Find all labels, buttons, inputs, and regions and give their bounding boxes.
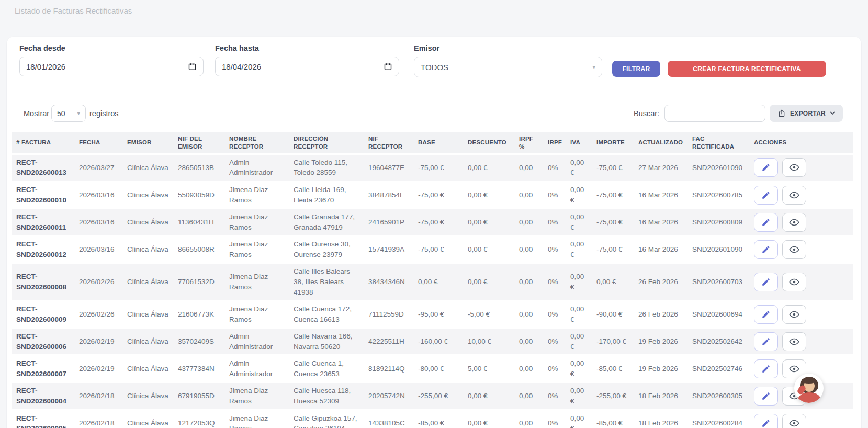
cell-emisor: Clínica Álava xyxy=(123,209,174,235)
view-button[interactable] xyxy=(782,158,806,177)
cell-nif_emisor: 86655008R xyxy=(174,236,225,262)
view-button[interactable] xyxy=(782,186,806,205)
cell-emisor: Clínica Álava xyxy=(123,155,174,181)
eye-icon xyxy=(789,365,799,373)
cell-base: -75,00 € xyxy=(414,155,464,181)
table-row: RECT-SND2026000092026/02/26Clínica Álava… xyxy=(12,301,853,327)
eye-icon xyxy=(789,163,799,172)
column-header-factura: # FACTURA xyxy=(12,132,75,153)
cell-fac_rectificada: SND202502746 xyxy=(688,356,750,381)
table-row: RECT-SND2026000052026/02/18Clínica Álava… xyxy=(12,411,853,428)
edit-button[interactable] xyxy=(754,213,778,232)
emisor-select[interactable]: TODOS ▾ xyxy=(414,57,602,77)
cell-actualizado: 18 Feb 2026 xyxy=(634,383,688,409)
cell-acciones xyxy=(750,264,853,300)
column-header-irpf: IRPF xyxy=(544,132,566,153)
cell-iva: 0,00 € xyxy=(566,356,592,381)
cell-irpf_pct: 0,00 xyxy=(515,182,544,208)
view-button[interactable] xyxy=(782,273,806,291)
cell-actualizado: 26 Feb 2026 xyxy=(634,301,688,327)
search-input[interactable] xyxy=(664,105,765,122)
cell-factura: RECT-SND202600009 xyxy=(12,301,75,327)
cell-fecha: 2026/03/16 xyxy=(75,209,123,235)
assistant-avatar[interactable] xyxy=(794,374,824,403)
cell-base: -85,00 € xyxy=(414,411,464,428)
registros-label: registros xyxy=(89,109,119,118)
fecha-hasta-value: 18/04/2026 xyxy=(222,62,261,71)
view-button[interactable] xyxy=(782,305,806,324)
page-size-select[interactable]: 50 ▾ xyxy=(51,105,86,122)
cell-irpf: 0% xyxy=(544,236,566,262)
edit-button[interactable] xyxy=(754,186,778,205)
pencil-icon xyxy=(761,310,771,319)
column-header-nif_emisor: NIF DEL EMISOR xyxy=(174,132,225,153)
cell-importe: -75,00 € xyxy=(592,155,634,181)
cell-base: -255,00 € xyxy=(414,383,464,409)
edit-button[interactable] xyxy=(754,359,778,378)
cell-nif_receptor: 15741939A xyxy=(364,236,414,262)
cell-descuento: -5,00 € xyxy=(464,301,515,327)
cell-nif_receptor: 14338105C xyxy=(364,411,414,428)
cell-importe: 0,00 € xyxy=(592,264,634,300)
table-row: RECT-SND2026000102026/03/16Clínica Álava… xyxy=(12,182,853,208)
cell-nombre_receptor: Jimena Diaz Ramos xyxy=(225,411,289,428)
edit-button[interactable] xyxy=(754,332,778,351)
cell-factura: RECT-SND202600008 xyxy=(12,264,75,300)
cell-nif_emisor: 21606773K xyxy=(174,301,225,327)
cell-emisor: Clínica Álava xyxy=(123,236,174,262)
column-header-base: BASE xyxy=(414,132,464,153)
view-button[interactable] xyxy=(782,240,806,259)
cell-factura: RECT-SND202600004 xyxy=(12,383,75,409)
cell-irpf: 0% xyxy=(544,209,566,235)
column-header-irpf_pct: IRPF % xyxy=(515,132,544,153)
cell-acciones xyxy=(750,411,853,428)
cell-factura: RECT-SND202600005 xyxy=(12,411,75,428)
calendar-icon[interactable] xyxy=(188,62,197,71)
table-row: RECT-SND2026000112026/03/16Clínica Álava… xyxy=(12,209,853,235)
column-header-actualizado: ACTUALIZADO xyxy=(634,132,688,153)
view-button[interactable] xyxy=(782,213,806,232)
calendar-icon[interactable] xyxy=(384,62,392,71)
edit-button[interactable] xyxy=(754,305,778,324)
view-button[interactable] xyxy=(782,332,806,351)
edit-button[interactable] xyxy=(754,387,778,406)
cell-fac_rectificada: SND202502642 xyxy=(688,329,750,354)
edit-button[interactable] xyxy=(754,240,778,259)
view-button[interactable] xyxy=(782,414,806,428)
filtrar-button[interactable]: FILTRAR xyxy=(612,61,660,77)
cell-fac_rectificada: SND202600785 xyxy=(688,182,750,208)
cell-base: -75,00 € xyxy=(414,209,464,235)
avatar-fringe xyxy=(802,378,816,384)
table-row: RECT-SND2026000062026/02/19Clínica Álava… xyxy=(12,329,853,354)
cell-nombre_receptor: Jimena Diaz Ramos xyxy=(225,383,289,409)
cell-importe: -75,00 € xyxy=(592,182,634,208)
fecha-desde-input[interactable]: 18/01/2026 xyxy=(19,57,204,76)
cell-fac_rectificada: SND202600694 xyxy=(688,301,750,327)
cell-actualizado: 19 Feb 2026 xyxy=(634,356,688,381)
edit-button[interactable] xyxy=(754,273,778,291)
edit-button[interactable] xyxy=(754,158,778,177)
cell-irpf_pct: 0,00 xyxy=(515,155,544,181)
exportar-button[interactable]: EXPORTAR xyxy=(770,105,843,122)
cell-irpf_pct: 0,00 xyxy=(515,264,544,300)
cell-nif_receptor: 81892114Q xyxy=(364,356,414,381)
cell-nombre_receptor: Jimena Diaz Ramos xyxy=(225,236,289,262)
cell-descuento: 5,00 € xyxy=(464,356,515,381)
cell-irpf_pct: 0,00 xyxy=(515,301,544,327)
cell-direccion_receptor: Calle Toledo 115, Toledo 28559 xyxy=(289,155,364,181)
cell-base: -160,00 € xyxy=(414,329,464,354)
fecha-hasta-input[interactable]: 18/04/2026 xyxy=(215,57,399,76)
cell-nif_receptor: 71112559D xyxy=(364,301,414,327)
edit-button[interactable] xyxy=(754,414,778,428)
cell-emisor: Clínica Álava xyxy=(123,329,174,354)
cell-iva: 0,00 € xyxy=(566,329,592,354)
eye-icon xyxy=(789,337,799,346)
fecha-desde-label: Fecha desde xyxy=(19,44,65,52)
table-row: RECT-SND2026000042026/02/18Clínica Álava… xyxy=(12,383,853,409)
content-card: Fecha desde Fecha hasta Emisor 18/01/202… xyxy=(7,37,861,428)
cell-base: -75,00 € xyxy=(414,182,464,208)
cell-fac_rectificada: SND202600809 xyxy=(688,209,750,235)
crear-factura-rectificativa-button[interactable]: CREAR FACTURA RECTIFICATIVA xyxy=(668,61,826,77)
cell-actualizado: 16 Mar 2026 xyxy=(634,209,688,235)
cell-irpf: 0% xyxy=(544,182,566,208)
